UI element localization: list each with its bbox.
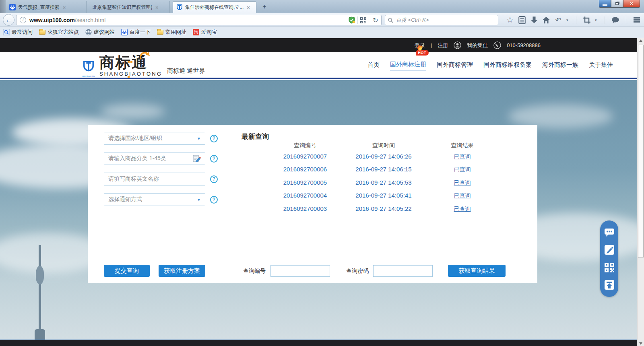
bookmark-firefox-site[interactable]: 火狐官方站点 [39, 29, 79, 36]
name-help-icon[interactable]: ? [210, 175, 218, 183]
country-help-icon[interactable]: ? [210, 135, 218, 142]
bookmarks-list-icon[interactable] [518, 16, 526, 24]
bookmark-most-visited[interactable]: 最常访问 [3, 29, 33, 36]
notify-method-select[interactable]: 选择通知方式 ▼ [104, 193, 205, 206]
scrollbar-thumb[interactable] [638, 45, 644, 258]
nav-foreign-trademark-management[interactable]: 国外商标管理 [437, 61, 473, 70]
logo-tagline: 商标通 通世界 [167, 67, 205, 76]
name-placeholder: 请填写商标英文名称 [108, 175, 201, 183]
bookmark-baidu[interactable]: 百度一下 [121, 29, 151, 36]
column-header-result: 查询结果 [437, 142, 487, 149]
search-bar[interactable]: 百度 <Ctrl+K> [385, 15, 498, 25]
menu-hamburger-icon[interactable] [633, 16, 641, 24]
scroll-up-icon[interactable] [639, 39, 642, 42]
back-to-top-icon[interactable] [604, 280, 615, 290]
unitalen-mark-icon: UNITALEN [82, 60, 95, 76]
submit-query-button[interactable]: 提交查询 [104, 265, 150, 277]
logo-latin: SHANGBIAOTONG [99, 71, 162, 76]
chat-icon[interactable] [604, 227, 615, 238]
my-account-link[interactable]: 我的集佳 [467, 42, 488, 49]
column-header-time: 查询时间 [345, 142, 422, 149]
query-password-input[interactable] [373, 265, 433, 277]
country-select[interactable]: 请选择国家/地区/组织 ▼ [104, 132, 205, 145]
queried-link[interactable]: 已查询 [454, 206, 471, 212]
scroll-down-icon[interactable] [639, 342, 642, 345]
notify-help-icon[interactable]: ? [210, 196, 218, 204]
tab-title: 天气预报_百度搜索 [18, 4, 60, 11]
qr-code-icon[interactable] [360, 17, 366, 23]
class-input[interactable]: 请输入商品分类 1-45类 [104, 152, 205, 165]
bookmark-label: 百度一下 [130, 29, 151, 36]
baidu-paw-icon [9, 4, 16, 10]
chevron-down-icon: ▼ [197, 136, 201, 141]
page-info-icon[interactable]: i [20, 17, 26, 23]
nav-about-unitalen[interactable]: 关于集佳 [589, 61, 613, 70]
query-status: 已查询 [437, 192, 487, 200]
tab-close-icon[interactable]: × [247, 4, 250, 10]
write-message-icon[interactable] [604, 245, 615, 255]
minimize-button[interactable] [599, 0, 611, 8]
history-dropdown-icon[interactable]: ▾ [566, 18, 570, 22]
bookmark-aitaobao[interactable]: 淘 爱淘宝 [193, 29, 217, 36]
security-shield-icon[interactable] [349, 16, 355, 24]
topbar-divider: | [431, 42, 432, 48]
nav-foreign-trademark-registration[interactable]: 国外商标注册 HOT [390, 61, 426, 70]
user-icon [454, 41, 461, 49]
bookmark-common-sites[interactable]: 常用网址 [157, 29, 186, 36]
get-registration-plan-button[interactable]: 获取注册方案 [159, 265, 205, 277]
tab-title: 北京集慧智佳知识产权管理咨... [93, 4, 152, 11]
tab-close-icon[interactable]: × [155, 4, 159, 10]
query-password-label: 查询密码 [346, 268, 369, 275]
restore-button[interactable] [611, 0, 623, 8]
bookmark-star-icon[interactable]: ☆ [506, 16, 514, 24]
queried-link[interactable]: 已查询 [454, 192, 471, 199]
query-status: 已查询 [437, 166, 487, 173]
bookmark-suggested-sites[interactable]: 建议网站 [85, 29, 115, 36]
queried-link[interactable]: 已查询 [454, 179, 471, 186]
site-topbar: 登录 | 注册 我的集佳 010-59208886 [0, 38, 637, 52]
site-logo[interactable]: UNITALEN 商标通 SHANGBIAOTONG 商标通 通世界 [82, 55, 205, 76]
country-placeholder: 请选择国家/地区/组织 [108, 135, 197, 142]
nav-rights-protection-filing[interactable]: 国外商标维权备案 [483, 61, 532, 70]
undo-icon[interactable]: ↶ [554, 16, 562, 24]
vertical-scrollbar[interactable] [637, 38, 644, 346]
hot-badge: HOT [416, 50, 429, 56]
browser-tab-active-unitalen[interactable]: 集佳涉外商标在线查询,立... × [173, 1, 256, 13]
browser-tab-jihui[interactable]: 北京集慧智佳知识产权管理咨... × [89, 1, 170, 13]
nav-overseas-trademark-family[interactable]: 海外商标一族 [542, 61, 578, 70]
folder-icon [157, 30, 163, 35]
qr-code-icon[interactable] [604, 262, 615, 273]
class-help-icon[interactable]: ? [210, 155, 218, 163]
unitalen-favicon [176, 4, 183, 11]
nav-home[interactable]: 首页 [367, 61, 380, 70]
trademark-name-input[interactable]: 请填写商标英文名称 [104, 173, 205, 185]
bookmarks-bar: 最常访问 火狐官方站点 建议网站 百度一下 常用网址 淘 爱淘宝 [0, 27, 644, 38]
tab-close-icon[interactable]: × [63, 4, 66, 10]
reload-icon[interactable]: ↻ [372, 16, 380, 24]
new-tab-button[interactable]: + [259, 2, 270, 11]
address-bar[interactable]: i www.uip100.com/search.html ↻ [16, 15, 382, 25]
query-number-label: 查询编号 [243, 268, 266, 275]
tools-dropdown-icon[interactable]: ▾ [595, 18, 598, 22]
close-button[interactable]: ✕ [623, 0, 640, 8]
query-time: 2016-09-27 14:05:53 [345, 179, 422, 186]
screenshot-tool-icon[interactable] [583, 16, 591, 24]
home-icon[interactable] [542, 16, 550, 24]
query-number-input[interactable] [270, 265, 330, 277]
register-link[interactable]: 注册 [438, 42, 448, 49]
get-query-result-button[interactable]: 获取查询结果 [448, 265, 506, 277]
edit-pencil-icon[interactable] [193, 155, 201, 162]
queried-link[interactable]: 已查询 [454, 153, 471, 160]
chat-bubble-icon[interactable] [611, 16, 619, 24]
taobao-icon: 淘 [193, 29, 199, 35]
cloud [101, 104, 165, 119]
back-button[interactable]: ← [3, 14, 14, 26]
downloads-icon[interactable] [530, 16, 538, 24]
url-domain: www.uip100.com [29, 17, 75, 23]
notify-placeholder: 选择通知方式 [108, 196, 197, 203]
unitalen-text: UNITALEN [82, 75, 95, 78]
recent-queries-title: 最新查询 [242, 132, 269, 141]
queried-link[interactable]: 已查询 [454, 166, 471, 173]
browser-tab-weather[interactable]: 天气预报_百度搜索 × [6, 1, 87, 13]
query-id: 2016092700007 [271, 153, 339, 160]
